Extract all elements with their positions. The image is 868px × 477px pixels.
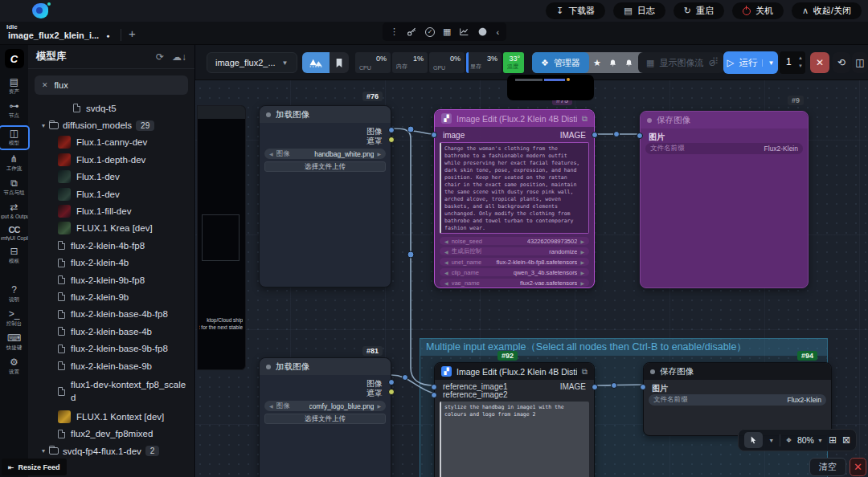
image-feed-toggle[interactable]: ▦显示图像流⊘: [638, 52, 724, 73]
zoom-level-dropdown[interactable]: 80%▼: [797, 435, 823, 445]
model-row[interactable]: flux1-dev-kontext_fp8_scaled: [28, 374, 194, 408]
node-header[interactable]: ▞Image Edit (Flux.2 Klein 4B Distilled)⧉: [435, 110, 594, 127]
widget-vae-name[interactable]: ◀vae_nameflux2-vae.safetensors▶: [440, 279, 589, 287]
load-image-node-81[interactable]: 加载图像 图像 遮罩 ◀图像comfy_logo_blue.png▶ 选择文件上…: [259, 357, 391, 477]
node-graph-canvas[interactable]: Multiple input example（Select all nodes …: [195, 45, 868, 477]
folder-row[interactable]: ▾svdq-fp4-flux.1-dev2: [28, 442, 194, 459]
clear-search-icon[interactable]: ✕: [42, 81, 48, 89]
model-row[interactable]: flux-2-klein-base-4b-fp8: [28, 306, 194, 323]
model-row[interactable]: flux-2-klein-base-9b-fp8: [28, 340, 194, 357]
node-header[interactable]: ▞Image Edit (Flux.2 Klein 4B Distilled)⧉: [435, 363, 594, 380]
load-image-node-76[interactable]: 加载图像 图像 遮罩 ◀图像handbag_white.png▶ 选择文件上传: [259, 105, 391, 287]
collapse-dot[interactable]: [266, 365, 271, 369]
rail-item-workflows[interactable]: ⋔工作流: [0, 154, 28, 173]
restart-button[interactable]: ↻重启: [674, 2, 724, 19]
kebab-menu-icon[interactable]: ⋮: [390, 26, 399, 37]
image-select-widget[interactable]: ◀图像comfy_logo_blue.png▶: [264, 401, 386, 411]
input-port-image[interactable]: [637, 132, 643, 139]
folder-row[interactable]: ▾diffusion_models29: [28, 116, 194, 133]
star-icon[interactable]: ★: [589, 58, 605, 68]
check-circle-icon[interactable]: ✓: [425, 27, 435, 37]
node-header[interactable]: 加载图像: [260, 106, 391, 123]
output-port-image[interactable]: [388, 127, 395, 133]
pointer-tool-button[interactable]: [744, 432, 763, 448]
rail-item-nodes-groups[interactable]: ⧉节点与组: [0, 178, 28, 197]
github-icon[interactable]: [477, 26, 488, 37]
node-header[interactable]: 保存图像: [641, 112, 808, 128]
rail-item-help[interactable]: ?说明: [0, 285, 28, 304]
widget-unet-name[interactable]: ◀unet_nameflux-2-klein-4b-fp8.safetensor…: [440, 258, 589, 266]
bookmark-button[interactable]: [330, 52, 349, 73]
collapse-dot[interactable]: [266, 112, 271, 117]
collapse-dot[interactable]: [650, 369, 655, 374]
model-row[interactable]: flux-2-klein-9b: [28, 288, 194, 305]
model-row[interactable]: Flux.1-fill-dev: [28, 202, 194, 219]
cloud-download-icon[interactable]: ☁↓: [172, 51, 186, 63]
widget-control-after-generate[interactable]: ◀生成后控制randomize▶: [440, 247, 589, 255]
rail-item-console[interactable]: >_控制台: [0, 309, 28, 328]
window-icon[interactable]: ▦: [443, 26, 451, 37]
notification-bell-icon[interactable]: [605, 59, 621, 67]
input-port-reference-image2[interactable]: [431, 392, 437, 398]
widget-noise-seed[interactable]: ◀noise_seed432262098973502▶: [440, 237, 589, 245]
notification-bell-icon-2[interactable]: [621, 59, 637, 67]
history-button[interactable]: ⟲: [833, 52, 850, 73]
rail-item-templates[interactable]: ⊟模板: [0, 247, 28, 265]
rail-item-nodes[interactable]: ⊶节点: [0, 101, 28, 120]
output-port-mask[interactable]: [388, 137, 395, 143]
input-port-image[interactable]: [431, 132, 437, 138]
manager-button[interactable]: ❖管理器: [532, 52, 589, 73]
minimap-icon[interactable]: ⊞: [829, 434, 837, 446]
queue-count-input[interactable]: 1 ▲▼: [780, 51, 805, 74]
rail-item-input-output[interactable]: ⇄Input & Output: [0, 202, 28, 219]
model-row[interactable]: FLUX.1 Kontext [dev]: [28, 408, 194, 425]
rail-item-assets[interactable]: ▤资产: [0, 77, 28, 96]
upload-file-button[interactable]: 选择文件上传: [264, 161, 386, 172]
workflow-dropdown[interactable]: image_flux2_...▼: [207, 52, 297, 73]
model-row[interactable]: Flux.1-dev: [28, 169, 194, 186]
input-port-reference-image1[interactable]: [431, 384, 437, 390]
collapse-dot[interactable]: [647, 118, 652, 123]
model-row[interactable]: flux-2-klein-9b-fp8: [28, 271, 194, 288]
filename-prefix-widget[interactable]: 文件名前缀Flux2-Klein: [645, 143, 803, 154]
rail-item-models[interactable]: ◫模型: [0, 128, 28, 147]
key-icon[interactable]: [407, 26, 417, 37]
node-header[interactable]: 加载图像: [260, 358, 391, 375]
metrics-chart-icon[interactable]: [459, 26, 469, 37]
image-select-widget[interactable]: ◀图像handbag_white.png▶: [264, 149, 386, 159]
shutdown-button[interactable]: 关机: [732, 2, 784, 19]
panel-toggle-button[interactable]: ◫: [852, 52, 868, 73]
image-edit-node-75[interactable]: ▞Image Edit (Flux.2 Klein 4B Distilled)⧉…: [434, 109, 595, 288]
save-image-node-94[interactable]: 保存图像 图片 文件名前缀Flux2-Klein: [643, 362, 832, 436]
expand-icon[interactable]: ⧉: [582, 367, 588, 377]
refresh-icon[interactable]: ⟳: [156, 51, 164, 63]
logs-button[interactable]: ▤日志: [613, 2, 665, 19]
rail-item-shortcuts[interactable]: ⌨快捷键: [0, 333, 28, 352]
expand-icon[interactable]: ⧉: [582, 114, 588, 124]
model-row[interactable]: flux-2-klein-base-4b: [28, 323, 194, 340]
workflow-tab[interactable]: image_flux2_klein_i...●: [8, 31, 109, 40]
model-row[interactable]: flux-2-klein-base-9b: [28, 357, 194, 374]
step-down-icon[interactable]: ▼: [798, 62, 803, 70]
comfyui-rail-logo[interactable]: C: [5, 49, 24, 68]
save-image-node-top[interactable]: 保存图像 图片 文件名前缀Flux2-Klein: [640, 111, 809, 288]
downloader-button[interactable]: ↧下载器: [546, 2, 605, 19]
resize-feed-button[interactable]: ⇤Resize Feed: [2, 459, 67, 475]
output-port-mask[interactable]: [388, 389, 395, 395]
prompt-textarea[interactable]: Change the woman's clothing from the bat…: [440, 142, 589, 234]
collapse-close-button[interactable]: ∧收起/关闭: [792, 2, 862, 19]
upload-file-button[interactable]: 选择文件上传: [264, 414, 386, 424]
filename-prefix-widget[interactable]: 文件名前缀Flux2-Klein: [649, 394, 826, 406]
output-port-image[interactable]: [592, 132, 598, 138]
step-up-icon[interactable]: ▲: [798, 54, 803, 62]
model-row[interactable]: FLUX.1 Krea [dev]: [28, 220, 194, 237]
input-port-image[interactable]: [640, 384, 646, 390]
close-feed-button[interactable]: ✕: [850, 458, 866, 476]
model-row[interactable]: Flux.1-depth-dev: [28, 151, 194, 168]
run-button[interactable]: ▷运行▼: [723, 51, 778, 74]
model-row[interactable]: flux-2-klein-4b: [28, 255, 194, 271]
new-tab-button[interactable]: +: [129, 26, 136, 40]
model-row[interactable]: flux-2-klein-4b-fp8: [28, 237, 194, 254]
model-row[interactable]: svdq-t5: [28, 100, 194, 116]
toggle-links-icon[interactable]: ⊠: [842, 434, 850, 446]
